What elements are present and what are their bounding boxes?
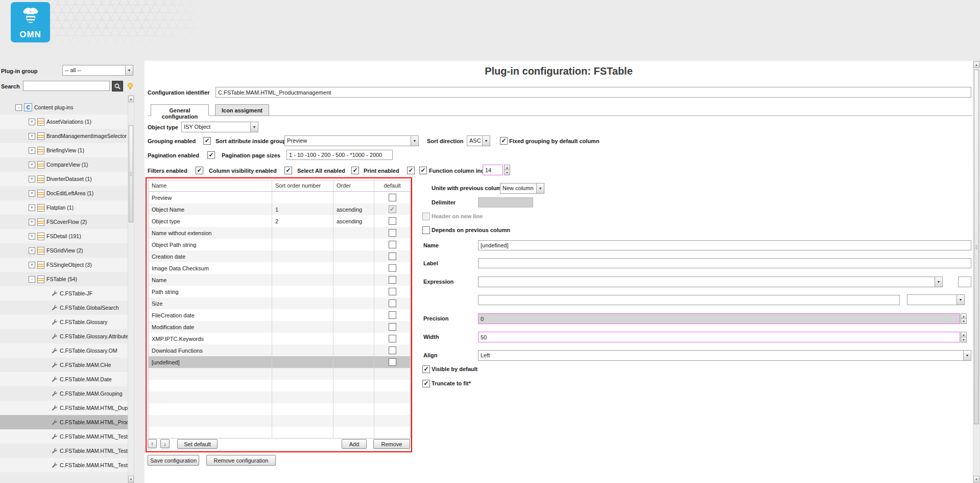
tree-toggle-icon[interactable]: + xyxy=(29,233,35,240)
spinner-down-icon[interactable] xyxy=(961,337,967,342)
table-row[interactable]: Modification date xyxy=(149,321,411,333)
tree-item[interactable]: C.FSTable.MAM.CHe xyxy=(0,358,128,372)
table-row[interactable] xyxy=(149,392,411,403)
remove-button[interactable]: Remove xyxy=(373,439,410,449)
tree-item[interactable]: + DiverterDataset (1) xyxy=(0,172,128,186)
depends-on-previous-column-checkbox[interactable] xyxy=(422,226,430,234)
table-row[interactable]: Creation date xyxy=(149,250,411,262)
expression-attribute-input[interactable] xyxy=(478,295,900,305)
tree-toggle-icon[interactable]: - xyxy=(29,276,35,283)
expression-select[interactable] xyxy=(478,277,943,287)
table-row[interactable]: Download Functions xyxy=(149,344,411,356)
dropdown-arrow-icon[interactable] xyxy=(482,135,490,146)
unite-with-previous-column-select[interactable]: New column xyxy=(500,183,544,194)
sidebar-scrollbar-thumb[interactable] xyxy=(129,125,133,222)
tree-toggle-icon[interactable]: + xyxy=(29,119,35,125)
tree-toggle-icon[interactable]: + xyxy=(29,204,35,211)
default-checkbox[interactable] xyxy=(389,347,396,354)
tree-item[interactable]: C.FSTable.MAM.HTML_Test xyxy=(0,429,128,444)
width-spinner[interactable] xyxy=(961,332,967,342)
table-row[interactable]: Object Path string xyxy=(149,239,411,250)
dropdown-arrow-icon[interactable] xyxy=(411,135,419,146)
grouping-enabled-checkbox[interactable] xyxy=(203,137,211,145)
tree-toggle-icon[interactable]: + xyxy=(29,176,35,182)
tree-item[interactable]: - C Content plug-ins xyxy=(0,100,128,114)
tree-item[interactable]: C.FSTable.MAM.Grouping xyxy=(0,386,128,401)
remove-configuration-button[interactable]: Remove configuration xyxy=(206,455,276,466)
table-row[interactable]: Image Data Checksum xyxy=(149,262,411,274)
set-default-button[interactable]: Set default xyxy=(177,439,218,449)
tree-item[interactable]: C.FSTable.Glossary xyxy=(0,315,128,329)
table-row[interactable]: XMP.IPTC.Keywords xyxy=(149,333,411,344)
tree-item[interactable]: + Flatplan (1) xyxy=(0,200,128,215)
expression-extra-field[interactable] xyxy=(958,277,971,287)
tree-toggle-icon[interactable]: + xyxy=(29,190,35,197)
spinner-down-icon[interactable] xyxy=(961,318,967,324)
align-select[interactable]: Left xyxy=(478,350,971,361)
sidebar-scrollbar[interactable]: ▲ ▼ xyxy=(128,95,134,483)
tab-icon-assignment[interactable]: Icon assigment xyxy=(215,104,269,116)
tree-item[interactable]: + CompareView (1) xyxy=(0,157,128,172)
column-visibility-checkbox[interactable] xyxy=(284,167,292,174)
default-checkbox[interactable] xyxy=(389,300,396,307)
dropdown-arrow-icon[interactable] xyxy=(963,350,971,361)
tree-item[interactable]: C.FSTable.MAM.Date xyxy=(0,372,128,386)
table-row[interactable]: Name xyxy=(149,274,411,286)
tree-toggle-icon[interactable]: + xyxy=(29,219,35,225)
tab-general-configuration[interactable]: General configuration xyxy=(151,104,209,116)
default-checkbox[interactable] xyxy=(389,229,396,237)
expression-attribute-select[interactable] xyxy=(907,294,965,305)
save-configuration-button[interactable]: Save configuration xyxy=(148,455,199,466)
truncate-to-fit-checkbox[interactable] xyxy=(422,380,430,387)
spinner-down-icon[interactable] xyxy=(504,170,510,175)
configuration-identifier-input[interactable] xyxy=(216,87,971,98)
precision-spinner[interactable] xyxy=(961,313,967,324)
main-scrollbar[interactable]: ▲ ▼ xyxy=(973,61,980,483)
column-label-input[interactable] xyxy=(478,258,971,268)
object-type-select[interactable]: ISY Object xyxy=(181,122,258,132)
default-checkbox[interactable] xyxy=(389,241,396,248)
tree-item[interactable]: - FSTable (54) xyxy=(0,272,128,286)
table-row[interactable] xyxy=(149,415,411,427)
default-checkbox[interactable] xyxy=(389,217,396,225)
tree-toggle-icon[interactable]: + xyxy=(29,247,35,254)
tree-item[interactable]: C.FSTable.Glossary.OM xyxy=(0,343,128,358)
tree-toggle-icon[interactable]: + xyxy=(29,133,35,140)
function-column-checkbox[interactable] xyxy=(419,167,427,174)
tree-item[interactable]: C.FSTable.Glossary.Attributes xyxy=(0,329,128,343)
tree-item[interactable]: C.FSTable.MAM.HTML_Test.Ha xyxy=(0,458,128,472)
function-column-input[interactable] xyxy=(483,165,503,175)
table-row[interactable] xyxy=(149,403,411,415)
table-row[interactable]: Path string xyxy=(149,286,411,297)
dropdown-arrow-icon[interactable] xyxy=(250,122,258,132)
tree-toggle-icon[interactable]: + xyxy=(29,162,35,168)
main-scrollbar-thumb[interactable] xyxy=(974,70,979,424)
column-name-input[interactable] xyxy=(478,240,971,250)
default-checkbox[interactable] xyxy=(389,276,396,284)
default-checkbox[interactable] xyxy=(389,194,396,201)
sort-direction-select[interactable]: ASC xyxy=(467,135,490,146)
tree-item[interactable]: + FSSingleObject (3) xyxy=(0,258,128,272)
default-checkbox[interactable] xyxy=(389,252,396,260)
tree-item[interactable]: C.FSTable.MAM.HTML_Duplica xyxy=(0,401,128,415)
tree-item[interactable]: + BriefingView (1) xyxy=(0,143,128,157)
sort-attribute-select[interactable]: Preview xyxy=(284,135,419,146)
hint-button[interactable] xyxy=(126,80,135,91)
move-up-button[interactable]: ↑ xyxy=(148,439,157,448)
tree-item[interactable]: + BrandManagementImageSelector (1) xyxy=(0,129,128,143)
table-row[interactable] xyxy=(149,368,411,380)
scroll-down-icon[interactable]: ▼ xyxy=(128,476,134,482)
spinner-up-icon[interactable] xyxy=(961,332,967,337)
table-row[interactable]: Object type 2 ascending xyxy=(149,215,411,227)
dropdown-arrow-icon[interactable] xyxy=(125,65,133,76)
default-checkbox[interactable] xyxy=(389,323,396,331)
dropdown-arrow-icon[interactable] xyxy=(935,277,943,287)
default-checkbox[interactable] xyxy=(389,288,396,295)
move-down-button[interactable]: ↓ xyxy=(160,439,170,448)
scroll-up-icon[interactable]: ▲ xyxy=(973,61,979,68)
tree-item[interactable]: + AssetVariations (1) xyxy=(0,114,128,129)
spinner-up-icon[interactable] xyxy=(961,313,967,318)
tree-item[interactable]: + FSDetail (191) xyxy=(0,229,128,243)
print-enabled-checkbox[interactable] xyxy=(407,167,415,174)
omn-logo[interactable]: OMN xyxy=(11,2,50,42)
